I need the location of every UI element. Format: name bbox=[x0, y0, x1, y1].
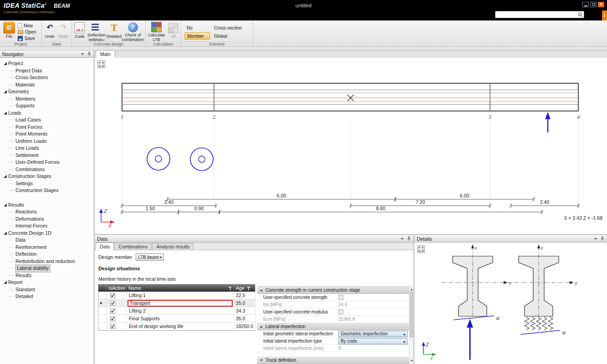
tree-item[interactable]: Load Cases bbox=[2, 116, 94, 124]
scroll-down-button[interactable] bbox=[409, 358, 413, 363]
minimize-button[interactable] bbox=[582, 2, 589, 7]
tree-item[interactable]: Deformations bbox=[2, 216, 94, 223]
expander-icon[interactable] bbox=[2, 111, 8, 115]
code-button[interactable]: 25.2 Code bbox=[73, 21, 86, 42]
tree-item[interactable]: User-Defined Forces bbox=[2, 159, 94, 166]
tree-item[interactable]: Settings bbox=[2, 180, 94, 187]
pin-icon[interactable] bbox=[600, 236, 605, 241]
tree-item[interactable]: Combinations bbox=[2, 166, 94, 173]
pin-icon[interactable] bbox=[87, 51, 92, 56]
expander-icon[interactable] bbox=[2, 203, 8, 207]
imperfection-type-select[interactable]: By code bbox=[338, 338, 408, 344]
tree-item[interactable]: Members bbox=[2, 96, 94, 103]
tree-item[interactable]: Data bbox=[2, 237, 94, 244]
tree-item[interactable]: Reinforcement bbox=[2, 244, 94, 251]
user-strength-checkbox[interactable] bbox=[338, 295, 343, 300]
table-row[interactable]: ▶ Transport 25.0 bbox=[98, 299, 255, 307]
save-button[interactable]: Save bbox=[18, 35, 36, 41]
expander-icon[interactable] bbox=[2, 281, 8, 284]
tab-combinations[interactable]: Combinations bbox=[114, 243, 152, 250]
calculate-ltb-button[interactable]: Calculate LTB bbox=[147, 21, 166, 42]
filter-icon[interactable] bbox=[228, 286, 232, 290]
info-button[interactable]: i bbox=[602, 10, 607, 20]
file-button[interactable]: ID File bbox=[1, 21, 17, 42]
isactive-checkbox[interactable] bbox=[110, 308, 115, 313]
panel-menu-icon[interactable] bbox=[401, 238, 403, 240]
check-of-combination-button[interactable]: ? Check of combination bbox=[122, 21, 144, 42]
tree-item[interactable]: Deflection bbox=[2, 251, 94, 258]
name-column-header[interactable]: Name bbox=[127, 284, 234, 292]
table-row[interactable]: End of design working life 18250.0 bbox=[98, 323, 255, 330]
search-icon[interactable] bbox=[578, 12, 583, 17]
tab-main[interactable]: Main bbox=[96, 50, 115, 58]
tree-item[interactable]: Report bbox=[2, 279, 94, 286]
expander-icon[interactable] bbox=[2, 90, 8, 93]
panel-menu-icon[interactable] bbox=[594, 238, 597, 240]
tree-item[interactable]: Point Moments bbox=[2, 131, 94, 138]
close-button[interactable]: × bbox=[598, 2, 604, 7]
tree-item[interactable]: Concrete Design 1D bbox=[2, 230, 94, 237]
tree-item[interactable]: Internal Forces bbox=[2, 222, 94, 230]
tree-item[interactable]: Standard bbox=[2, 286, 94, 293]
fit-view-button[interactable] bbox=[417, 245, 425, 253]
tree-item[interactable]: Detailed bbox=[2, 293, 94, 300]
tree-item[interactable]: Settlement bbox=[2, 152, 94, 159]
tab-analysis-results[interactable]: Analysis results bbox=[152, 243, 194, 250]
scroll-up-button[interactable] bbox=[409, 287, 413, 292]
extreme-cross-section-button[interactable]: Cross-section bbox=[212, 24, 250, 31]
extreme-global-button[interactable]: Global bbox=[212, 32, 250, 40]
section-header-concrete-strength[interactable]: Concrete strength in current constructio… bbox=[257, 287, 409, 294]
isactive-checkbox[interactable] bbox=[110, 324, 115, 329]
expander-icon[interactable] bbox=[2, 175, 8, 178]
tree-item[interactable]: Uniform Loads bbox=[2, 138, 94, 145]
isactive-checkbox[interactable] bbox=[110, 316, 115, 321]
filter-icon[interactable] bbox=[247, 286, 251, 290]
tree-item[interactable]: Reactions bbox=[2, 208, 94, 216]
redo-button[interactable]: ↷ Redo bbox=[57, 21, 71, 42]
tree-item[interactable]: Results bbox=[2, 202, 94, 209]
new-button[interactable]: New bbox=[18, 23, 36, 28]
isactive-checkbox[interactable] bbox=[110, 293, 115, 298]
tree-item[interactable]: Point Forces bbox=[2, 124, 94, 131]
isactive-checkbox[interactable] bbox=[110, 301, 115, 306]
tree-item[interactable]: Redistribution and reduction bbox=[2, 258, 94, 265]
tree-item[interactable]: Geometry bbox=[2, 88, 94, 96]
isactive-column-header[interactable]: IsActive bbox=[107, 284, 127, 292]
model-view[interactable]: 1 2 3 4 bbox=[95, 58, 607, 235]
tree-item[interactable]: Line Loads bbox=[2, 145, 94, 152]
tree-item[interactable]: Project bbox=[2, 60, 94, 67]
expander-icon[interactable] bbox=[2, 62, 8, 65]
tree-item[interactable]: Loads bbox=[2, 110, 94, 117]
tree-item[interactable]: Materials bbox=[2, 81, 94, 89]
search-input[interactable] bbox=[495, 11, 584, 18]
table-row[interactable]: Lifting 2 34.3 bbox=[98, 307, 255, 315]
geometric-imperfection-select[interactable]: Geometric imperfection bbox=[338, 331, 408, 337]
open-button[interactable]: Open bbox=[18, 29, 36, 35]
table-row[interactable]: Final Supports 35.0 bbox=[98, 315, 255, 323]
maximize-button[interactable] bbox=[590, 2, 597, 7]
age-column-header[interactable]: Age bbox=[234, 284, 255, 292]
design-member-select[interactable]: LTB beam bbox=[136, 253, 164, 261]
undo-button[interactable]: ↶ Undo bbox=[43, 21, 56, 42]
extreme-member-button[interactable]: Member bbox=[184, 32, 210, 40]
tree-item[interactable]: Construction Stages bbox=[2, 173, 94, 180]
pin-icon[interactable] bbox=[407, 236, 411, 241]
tree-item[interactable]: Supports bbox=[2, 102, 94, 110]
fit-view-button[interactable] bbox=[97, 61, 105, 68]
tree-item[interactable]: Cross-Sections bbox=[2, 74, 94, 81]
calculate-all-button[interactable]: All bbox=[167, 21, 179, 42]
section-header-lateral-imperfection[interactable]: Lateral imperfection bbox=[257, 323, 409, 330]
tab-data[interactable]: Data bbox=[96, 243, 114, 250]
deflection-settings-button[interactable]: Deflection settings bbox=[87, 21, 107, 42]
extreme-no-button[interactable]: No bbox=[184, 24, 210, 31]
tree-item[interactable]: Construction Stages bbox=[2, 187, 94, 194]
tree-item[interactable]: Results bbox=[2, 272, 94, 279]
property-grid-scrollbar[interactable] bbox=[409, 286, 413, 364]
tree-item[interactable]: Lateral stability bbox=[2, 265, 94, 272]
tree-item[interactable]: Project Data bbox=[2, 67, 94, 75]
table-row[interactable]: Lifting 1 22.5 bbox=[98, 292, 255, 299]
expander-icon[interactable] bbox=[2, 232, 8, 235]
panel-menu-icon[interactable] bbox=[81, 53, 84, 55]
detailed-button[interactable]: T Detailed bbox=[107, 21, 121, 42]
section-header-truck-definition[interactable]: Truck definition bbox=[257, 357, 409, 364]
